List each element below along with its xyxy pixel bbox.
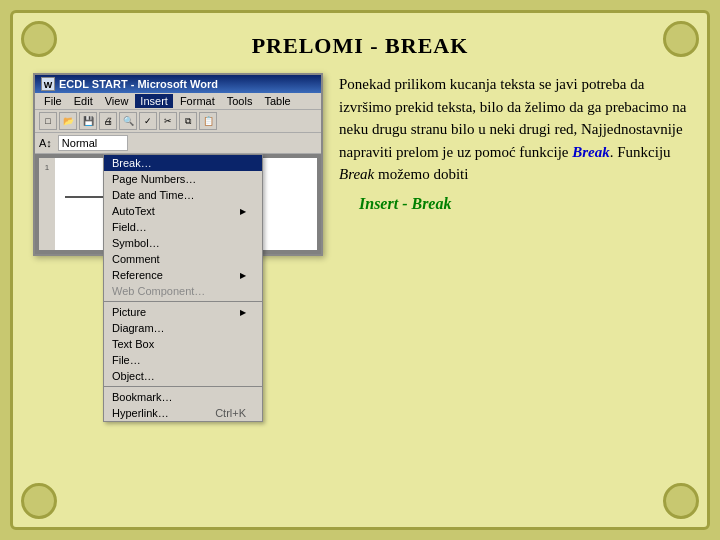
tb-save[interactable]: 💾: [79, 112, 97, 130]
tb-cut[interactable]: ✂: [159, 112, 177, 130]
tb-new[interactable]: □: [39, 112, 57, 130]
insert-dropdown: Break… Page Numbers… Date and Time… Auto…: [103, 154, 263, 422]
font-size-icon: A↕: [39, 137, 52, 149]
tb-print[interactable]: 🖨: [99, 112, 117, 130]
hyperlink-shortcut: Ctrl+K: [215, 407, 246, 419]
tb-preview[interactable]: 🔍: [119, 112, 137, 130]
dropdown-diagram[interactable]: Diagram…: [104, 320, 262, 336]
menu-view[interactable]: View: [100, 94, 134, 108]
break-word-2: Break: [339, 166, 374, 182]
dropdown-comment[interactable]: Comment: [104, 251, 262, 267]
dropdown-date-time[interactable]: Date and Time…: [104, 187, 262, 203]
menu-tools[interactable]: Tools: [222, 94, 258, 108]
paragraph-main: Ponekad prilikom kucanja teksta se javi …: [339, 73, 687, 186]
dropdown-sep2: [104, 386, 262, 387]
word-title: ECDL START - Microsoft Word: [59, 78, 218, 90]
dropdown-container: 1 Break… Page Numbers… Date and Time… Au…: [35, 154, 321, 254]
dropdown-bookmark[interactable]: Bookmark…: [104, 389, 262, 405]
menu-format[interactable]: Format: [175, 94, 220, 108]
dropdown-file[interactable]: File…: [104, 352, 262, 368]
break-word-1: Break: [572, 144, 610, 160]
dropdown-picture[interactable]: Picture: [104, 304, 262, 320]
word-toolbar2: A↕ Normal: [35, 133, 321, 154]
word-window: W ECDL START - Microsoft Word File Edit …: [33, 73, 323, 256]
dropdown-field[interactable]: Field…: [104, 219, 262, 235]
dropdown-sep1: [104, 301, 262, 302]
word-titlebar: W ECDL START - Microsoft Word: [35, 75, 321, 93]
menu-insert[interactable]: Insert: [135, 94, 173, 108]
menu-file[interactable]: File: [39, 94, 67, 108]
dropdown-textbox[interactable]: Text Box: [104, 336, 262, 352]
text-p3: možemo dobiti: [378, 166, 468, 182]
style-dropdown[interactable]: Normal: [58, 135, 128, 151]
menu-edit[interactable]: Edit: [69, 94, 98, 108]
corner-tl: [21, 21, 57, 57]
corner-bl: [21, 483, 57, 519]
tb-spell[interactable]: ✓: [139, 112, 157, 130]
page-title: PRELOMI - BREAK: [33, 33, 687, 59]
corner-br: [663, 483, 699, 519]
text-content: Ponekad prilikom kucanja teksta se javi …: [339, 73, 687, 216]
hyperlink-label: Hyperlink…: [112, 407, 169, 419]
tb-copy[interactable]: ⧉: [179, 112, 197, 130]
word-menubar: File Edit View Insert Format Tools Table: [35, 93, 321, 110]
dropdown-object[interactable]: Object…: [104, 368, 262, 384]
tb-paste[interactable]: 📋: [199, 112, 217, 130]
dropdown-reference[interactable]: Reference: [104, 267, 262, 283]
corner-tr: [663, 21, 699, 57]
word-icon: W: [41, 77, 55, 91]
ruler-num-1: 1: [39, 160, 55, 176]
word-toolbar1: □ 📂 💾 🖨 🔍 ✓ ✂ ⧉ 📋: [35, 110, 321, 133]
dropdown-page-numbers[interactable]: Page Numbers…: [104, 171, 262, 187]
content-area: W ECDL START - Microsoft Word File Edit …: [33, 73, 687, 256]
dropdown-autotext[interactable]: AutoText: [104, 203, 262, 219]
ruler-side: 1: [39, 158, 55, 250]
tb-open[interactable]: 📂: [59, 112, 77, 130]
dropdown-break[interactable]: Break…: [104, 155, 262, 171]
insert-break-line: Insert - Break: [359, 192, 687, 216]
text-p2: . Funkciju: [610, 144, 671, 160]
dropdown-webcomponent: Web Component…: [104, 283, 262, 299]
dropdown-symbol[interactable]: Symbol…: [104, 235, 262, 251]
dropdown-hyperlink[interactable]: Hyperlink… Ctrl+K: [104, 405, 262, 421]
menu-table[interactable]: Table: [259, 94, 295, 108]
main-frame: PRELOMI - BREAK W ECDL START - Microsoft…: [10, 10, 710, 530]
